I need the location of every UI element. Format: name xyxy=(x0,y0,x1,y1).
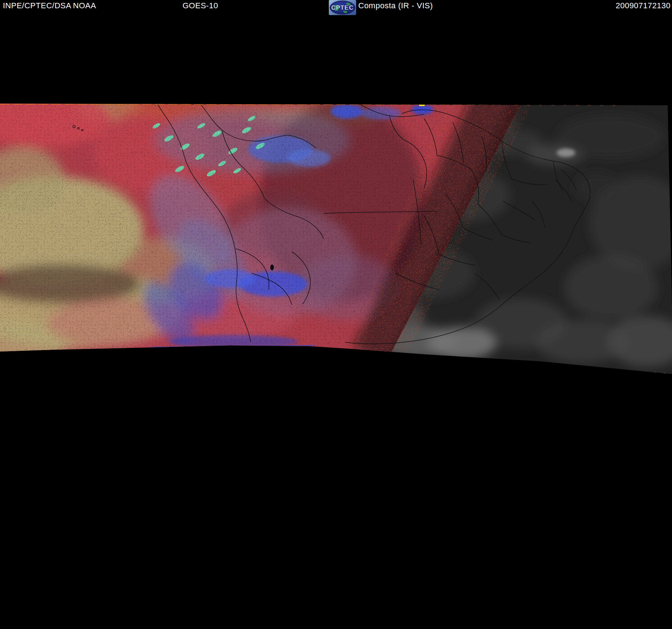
satellite-label: GOES-10 xyxy=(183,1,218,10)
timestamp-label: 200907172130 xyxy=(616,1,671,10)
satellite-swath-graphic xyxy=(0,0,672,629)
sensor-noise-grain xyxy=(0,101,672,377)
organization-label: NOAA xyxy=(73,1,96,10)
agency-label: INPE/CPTEC/DSA xyxy=(3,1,71,10)
cptec-logo-icon: CPTEC xyxy=(329,0,356,15)
product-label: Composta (IR - VIS) xyxy=(358,1,433,10)
cptec-logo: CPTEC xyxy=(329,0,356,15)
satellite-image xyxy=(0,0,672,629)
cptec-satellite-viewer: INPE/CPTEC/DSA NOAA GOES-10 Composta (IR… xyxy=(0,0,672,629)
cptec-logo-text: CPTEC xyxy=(331,4,354,11)
